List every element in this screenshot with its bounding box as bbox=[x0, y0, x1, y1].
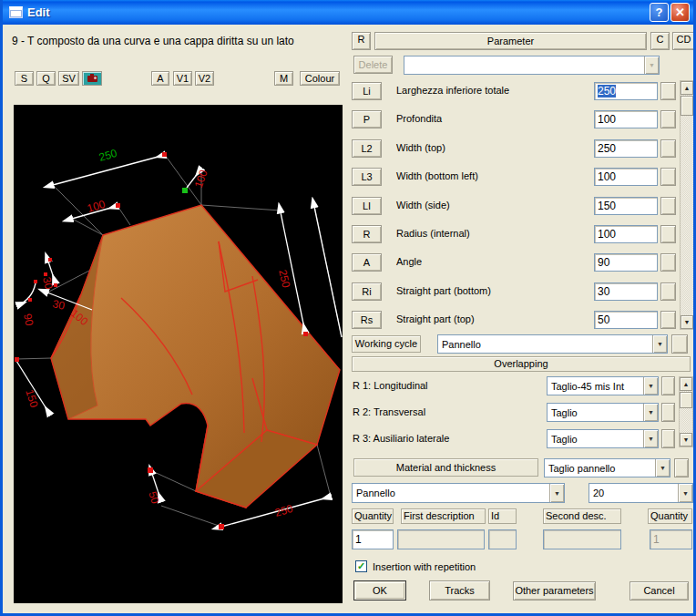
overlapping-scrollbar[interactable]: ▲ ▼ bbox=[679, 376, 693, 447]
param-extra-button[interactable] bbox=[660, 168, 676, 186]
view-a-button[interactable]: A bbox=[151, 71, 169, 86]
material-thickness-header[interactable]: Material and thickness bbox=[353, 458, 538, 477]
overlap-label: R 2: Transversal bbox=[353, 406, 425, 417]
material-cycle-value: Taglio pannello bbox=[545, 461, 655, 476]
scroll-up-icon[interactable]: ▲ bbox=[681, 81, 693, 95]
param-label: Angle bbox=[396, 256, 422, 267]
dimension-value-label: 30 bbox=[51, 297, 66, 313]
param-extra-button[interactable] bbox=[660, 82, 676, 100]
param-code-button[interactable]: L2 bbox=[352, 139, 382, 158]
overlap-dropdown[interactable]: Taglio ▼ bbox=[547, 429, 659, 448]
dimension-value-label: 150 bbox=[23, 388, 41, 410]
ok-button[interactable]: OK bbox=[353, 580, 406, 601]
param-code-button[interactable]: P bbox=[352, 110, 382, 128]
quantity-column-header: First description bbox=[401, 508, 486, 524]
snapshot-button[interactable] bbox=[82, 71, 102, 86]
param-value-field[interactable]: 100 bbox=[594, 225, 658, 243]
dimension-value-label: 250 bbox=[273, 502, 294, 519]
chevron-down-icon: ▼ bbox=[644, 56, 659, 74]
param-value-field[interactable]: 30 bbox=[594, 282, 658, 301]
camera-icon bbox=[87, 76, 97, 82]
param-extra-button[interactable] bbox=[660, 282, 676, 301]
material-value: Pannello bbox=[353, 486, 549, 500]
scroll-up-icon[interactable]: ▲ bbox=[680, 377, 692, 391]
param-label: Larghezza inferiore totale bbox=[396, 85, 509, 96]
view-v1-button[interactable]: V1 bbox=[173, 71, 192, 86]
param-code-button[interactable]: R bbox=[352, 225, 382, 243]
cancel-button[interactable]: Cancel bbox=[629, 581, 689, 601]
overlap-extra-button[interactable] bbox=[661, 403, 675, 422]
param-label: Width (side) bbox=[396, 200, 450, 210]
material-extra-button[interactable] bbox=[674, 458, 689, 477]
param-code-button[interactable]: L3 bbox=[352, 168, 382, 186]
param-value-field[interactable]: 90 bbox=[594, 253, 658, 272]
working-cycle-extra-button[interactable] bbox=[671, 334, 688, 354]
delete-button[interactable]: Delete bbox=[353, 56, 393, 74]
chevron-down-icon: ▼ bbox=[549, 484, 564, 502]
scroll-down-icon[interactable]: ▼ bbox=[681, 315, 693, 329]
dimension-value-label: 90 bbox=[21, 313, 36, 327]
quantity2-field[interactable]: 1 bbox=[650, 529, 692, 549]
thickness-value: 20 bbox=[589, 486, 678, 500]
quantity-field[interactable]: 1 bbox=[352, 529, 394, 549]
window-title: Edit bbox=[27, 5, 50, 19]
material-cycle-dropdown[interactable]: Taglio pannello ▼ bbox=[544, 458, 670, 477]
other-parameters-button[interactable]: Other parameters bbox=[513, 581, 596, 601]
parameter-header-button[interactable]: Parameter bbox=[374, 32, 647, 50]
param-extra-button[interactable] bbox=[660, 110, 676, 128]
cd-button[interactable]: CD bbox=[672, 32, 695, 50]
param-code-button[interactable]: Rs bbox=[352, 311, 382, 329]
overlap-dropdown[interactable]: Taglio ▼ bbox=[547, 403, 659, 422]
scroll-down-icon[interactable]: ▼ bbox=[680, 433, 692, 447]
colour-button[interactable]: Colour bbox=[300, 71, 340, 86]
id-field[interactable] bbox=[488, 529, 517, 549]
material-dropdown[interactable]: Pannello ▼ bbox=[352, 483, 565, 503]
param-label: Straight part (bottom) bbox=[396, 285, 491, 296]
param-value-field[interactable]: 100 bbox=[594, 110, 658, 128]
c-button[interactable]: C bbox=[650, 32, 670, 50]
param-extra-button[interactable] bbox=[660, 197, 676, 215]
param-value-field[interactable]: 150 bbox=[594, 197, 658, 215]
preset-dropdown[interactable]: ▼ bbox=[404, 56, 660, 75]
overlap-label: R 1: Longitudinal bbox=[353, 380, 428, 391]
second-desc-field[interactable] bbox=[543, 529, 621, 549]
param-code-button[interactable]: Ri bbox=[352, 282, 382, 301]
view-q-button[interactable]: Q bbox=[36, 71, 56, 86]
tracks-button[interactable]: Tracks bbox=[429, 580, 490, 601]
overlap-extra-button[interactable] bbox=[661, 376, 675, 395]
param-extra-button[interactable] bbox=[660, 139, 676, 158]
chevron-down-icon: ▼ bbox=[643, 404, 658, 421]
view-sv-button[interactable]: SV bbox=[58, 71, 79, 86]
dimension-value-label: 50 bbox=[146, 490, 162, 506]
close-button[interactable]: ✕ bbox=[670, 3, 690, 22]
param-value-field[interactable]: 250 bbox=[594, 82, 658, 100]
m-button[interactable]: M bbox=[274, 71, 293, 86]
param-code-button[interactable]: Li bbox=[352, 82, 382, 100]
dimension-value-label: 100 bbox=[86, 198, 107, 215]
title-bar[interactable]: Edit ? ✕ bbox=[3, 0, 693, 25]
param-code-button[interactable]: LI bbox=[352, 197, 382, 215]
3d-preview-canvas[interactable]: 25010010025030301009015050250 bbox=[14, 105, 343, 603]
overlap-dropdown[interactable]: Taglio-45 mis Int ▼ bbox=[547, 376, 659, 395]
chevron-down-icon: ▼ bbox=[655, 459, 670, 477]
param-code-button[interactable]: A bbox=[352, 253, 382, 272]
parameters-scrollbar[interactable]: ▲ ▼ bbox=[680, 80, 694, 330]
first-description-field[interactable] bbox=[397, 529, 485, 549]
overlap-extra-button[interactable] bbox=[661, 429, 675, 448]
param-extra-button[interactable] bbox=[660, 311, 676, 329]
view-s-button[interactable]: S bbox=[15, 71, 34, 86]
working-cycle-dropdown[interactable]: Pannello ▼ bbox=[437, 334, 668, 354]
param-extra-button[interactable] bbox=[660, 225, 676, 243]
thickness-dropdown[interactable]: 20 ▼ bbox=[589, 483, 693, 503]
scrollbar-thumb[interactable] bbox=[680, 392, 692, 408]
help-button[interactable]: ? bbox=[650, 3, 669, 22]
overlapping-header: Overlapping bbox=[352, 356, 691, 372]
repetition-checkbox[interactable]: ✓ bbox=[355, 560, 367, 572]
param-extra-button[interactable] bbox=[660, 253, 676, 272]
r-button[interactable]: R bbox=[352, 32, 371, 50]
view-v2-button[interactable]: V2 bbox=[195, 71, 214, 86]
param-value-field[interactable]: 50 bbox=[594, 311, 658, 329]
param-value-field[interactable]: 250 bbox=[594, 139, 658, 158]
scrollbar-thumb[interactable] bbox=[681, 96, 693, 116]
param-value-field[interactable]: 100 bbox=[594, 168, 658, 186]
